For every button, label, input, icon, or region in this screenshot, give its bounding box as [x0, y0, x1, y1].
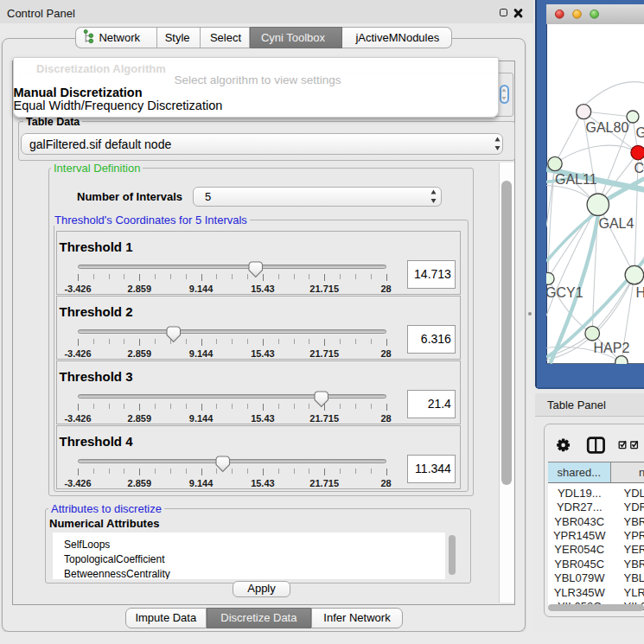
- svg-text:HAP2: HAP2: [593, 340, 629, 354]
- svg-text:GCY1: GCY1: [546, 285, 583, 300]
- svg-text:GAL4: GAL4: [598, 215, 634, 230]
- svg-text:CYC: CYC: [634, 160, 644, 175]
- svg-text:GAL80: GAL80: [585, 119, 628, 134]
- svg-text:GAL11: GAL11: [555, 171, 597, 186]
- svg-text:HIS: HIS: [635, 285, 644, 300]
- svg-text:GAL8: GAL8: [635, 124, 644, 139]
